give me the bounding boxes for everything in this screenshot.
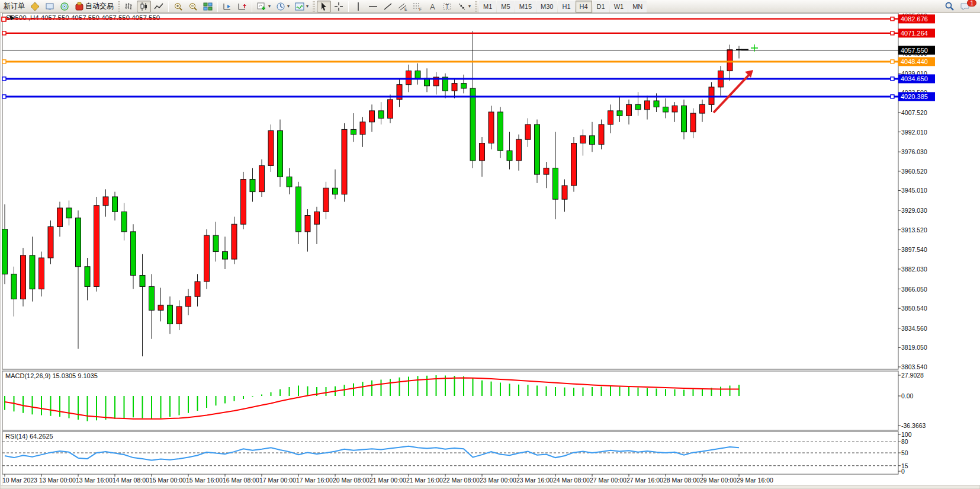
horizontal-line-icon[interactable] [366,1,380,12]
status-bar [0,485,980,489]
candle-down [149,286,155,310]
candle-down [168,305,173,324]
price-line-badge-label: 4082.676 [901,15,928,23]
tab-timeframe-d1[interactable]: D1 [593,1,609,12]
crosshair-icon[interactable] [332,1,346,12]
cursor-arrow-icon[interactable] [317,1,331,12]
macd-tick-label: -36.3663 [901,422,926,429]
candle-up [608,111,613,124]
auto-scroll-icon[interactable] [235,1,249,12]
date-tick-label: 23 Mar 16:00 [516,477,553,484]
rsi-label: RSI(14) 64.2625 [5,433,53,440]
candle-down [663,107,669,112]
equidistant-channel-icon[interactable]: E [396,1,410,12]
line-handle[interactable] [2,77,6,81]
candle-up [323,188,329,212]
tab-timeframe-mn[interactable]: MN [628,1,647,12]
toolbar-grip[interactable] [118,1,120,12]
text-icon[interactable]: A [425,1,439,12]
line-handle[interactable] [891,77,894,81]
line-handle[interactable] [2,60,6,63]
candle-up [525,124,531,139]
text-label-icon[interactable]: T [440,1,454,12]
price-tick-label: 3803.540 [901,363,927,370]
candle-up [571,143,577,186]
candle-up [232,224,237,259]
gold-diamond-icon[interactable] [28,1,42,12]
tab-timeframe-w1[interactable]: W1 [610,1,628,12]
candle-down [461,84,467,88]
tab-timeframe-m30[interactable]: M30 [536,1,557,12]
tile-windows-icon[interactable] [201,1,215,12]
toolbar-grip[interactable] [313,1,315,12]
tab-timeframe-m5[interactable]: M5 [497,1,514,12]
price-tick-label: 3960.520 [901,168,927,175]
date-tick-label: 15 Mar 00:00 [149,477,186,484]
fibonacci-icon[interactable]: F [410,1,425,12]
candle-up [186,296,191,306]
chat-notification-icon[interactable]: 1 [957,1,973,12]
selected-line-anchor[interactable] [2,17,6,21]
candlestick-chart-icon[interactable] [137,1,151,12]
chevron-down-icon: ▾ [268,4,271,9]
price-line-badge-label: 4034.650 [901,75,928,82]
candle-up [599,124,604,145]
price-tick-label: 3929.030 [901,207,927,214]
candle-up [204,235,210,282]
vertical-line-icon[interactable] [351,1,365,12]
tab-timeframe-m15[interactable]: M15 [515,1,536,12]
candle-down [250,180,255,192]
alerts-radar-icon[interactable] [57,1,72,12]
candle-down [85,267,90,287]
new-order-button[interactable]: 新订单 [1,1,27,12]
date-tick-label: 13 Mar 00:00 [39,477,76,484]
line-handle[interactable] [891,31,894,35]
candle-up [388,100,393,119]
periods-clock-icon[interactable]: ▾ [274,1,292,12]
autotrading-button[interactable]: 自动交易 [72,1,116,12]
toolbar-separator [217,1,218,12]
bar-chart-icon[interactable] [122,1,136,12]
date-tick-label: 24 Mar 08:00 [553,477,590,484]
date-tick-label: 21 Mar 00:00 [369,477,406,484]
price-line-badge-label: 4057.550 [901,47,928,54]
price-tick-label: 3850.540 [901,305,927,312]
candle-up [645,101,650,110]
tab-timeframe-m1[interactable]: M1 [479,1,496,12]
line-handle[interactable] [2,95,6,98]
zoom-in-icon[interactable] [171,1,185,12]
candle-down [223,252,228,260]
tab-timeframe-h4[interactable]: H4 [576,1,592,12]
candle-up [158,305,163,310]
indicators-add-icon[interactable]: ▾ [255,1,273,12]
zoom-out-icon[interactable] [186,1,200,12]
price-chart-canvas[interactable]: SP500 ,H4 4057.550 4057.550 4057.550 405… [0,13,980,489]
line-handle[interactable] [891,60,894,63]
chart-shift-icon[interactable] [220,1,234,12]
search-icon[interactable] [942,1,957,12]
date-tick-label: 23 Mar 00:00 [480,477,516,484]
date-tick-label: 27 Mar 00:00 [590,477,626,484]
line-chart-icon[interactable] [152,1,166,12]
candle-down [654,101,659,107]
templates-icon[interactable]: ▾ [293,1,311,12]
candle-down [213,235,219,251]
toolbar-separator [168,1,169,12]
price-tick-label: 3834.560 [901,325,927,332]
toolbar-grip[interactable] [475,1,477,12]
candle-up [516,139,522,161]
line-handle[interactable] [891,95,894,98]
chevron-down-icon: ▾ [468,4,471,9]
arrows-shapes-icon[interactable]: ▾ [455,1,473,12]
line-handle[interactable] [2,31,6,35]
tab-timeframe-h1[interactable]: H1 [558,1,574,12]
trendline-icon[interactable] [381,1,395,12]
date-tick-label: 27 Mar 16:00 [626,477,663,484]
line-handle[interactable] [891,17,894,21]
svg-text:F: F [419,7,422,11]
profiles-icon[interactable] [43,1,57,12]
candle-up [39,258,44,289]
candle-down [278,131,283,177]
chevron-down-icon: ▾ [287,4,290,9]
candle-up [305,216,310,232]
